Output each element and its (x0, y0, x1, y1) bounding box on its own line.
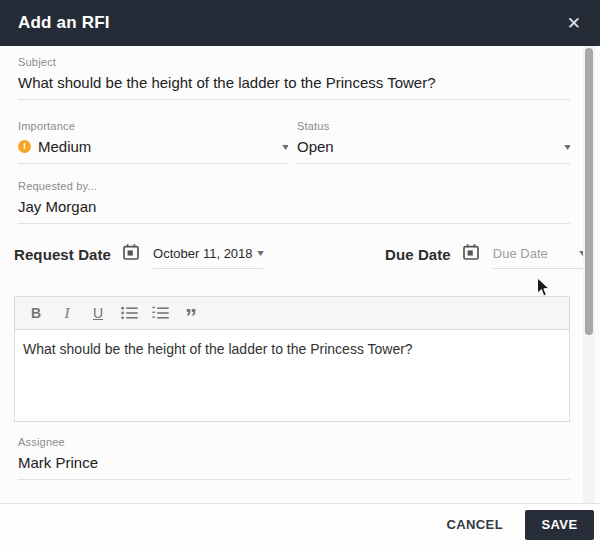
close-icon[interactable]: ✕ (566, 13, 582, 34)
request-date-label: Request Date (14, 246, 111, 263)
assignee-field: Assignee Mark Prince (18, 436, 570, 480)
requested-by-field: Requested by... Jay Morgan (18, 180, 570, 224)
chevron-down-icon: ▾ (564, 142, 570, 152)
editor-content[interactable]: What should be the height of the ladder … (15, 330, 569, 368)
dialog-footer: CANCEL SAVE (0, 503, 600, 545)
description-editor: B I U ” What should be the height of the… (14, 296, 570, 422)
due-date-label: Due Date (385, 246, 451, 263)
chevron-down-icon: ▾ (282, 142, 288, 152)
subject-field: Subject What should be the height of the… (18, 56, 570, 100)
italic-icon[interactable]: I (55, 301, 79, 325)
due-date-placeholder: Due Date (493, 246, 548, 261)
due-date-field: Due Date Due Date ▾ (385, 240, 585, 268)
ordered-list-icon[interactable] (148, 301, 172, 325)
bullet-list-icon[interactable] (117, 301, 141, 325)
save-button[interactable]: SAVE (525, 510, 594, 540)
scrollbar-thumb[interactable] (585, 48, 593, 335)
importance-value: Medium (38, 138, 91, 155)
underline-icon[interactable]: U (86, 301, 110, 325)
subject-label: Subject (18, 56, 570, 68)
request-date-select[interactable]: October 11, 2018 ▾ (153, 246, 263, 269)
calendar-icon[interactable] (462, 243, 480, 265)
dialog-title: Add an RFI (18, 13, 110, 33)
editor-toolbar: B I U ” (15, 297, 569, 330)
importance-select[interactable]: ! Medium ▾ (18, 138, 288, 164)
status-label: Status (297, 120, 570, 132)
importance-medium-icon: ! (18, 140, 31, 153)
requested-by-label: Requested by... (18, 180, 570, 192)
calendar-icon[interactable] (122, 243, 140, 265)
assignee-input[interactable]: Mark Prince (18, 454, 570, 480)
importance-label: Importance (18, 120, 288, 132)
dialog-header: Add an RFI ✕ (0, 0, 600, 46)
subject-input[interactable]: What should be the height of the ladder … (18, 74, 570, 100)
request-date-value: October 11, 2018 (153, 246, 253, 261)
status-field: Status Open ▾ (297, 120, 570, 164)
chevron-down-icon: ▾ (257, 248, 264, 258)
bold-icon[interactable]: B (24, 301, 48, 325)
status-value: Open (297, 138, 334, 155)
due-date-select[interactable]: Due Date ▾ (493, 246, 585, 269)
cancel-button[interactable]: CANCEL (442, 511, 507, 538)
requested-by-input[interactable]: Jay Morgan (18, 198, 570, 224)
scrollbar-track[interactable] (583, 46, 595, 503)
request-date-field: Request Date October 11, 2018 ▾ (14, 240, 263, 268)
blockquote-icon[interactable]: ” (179, 296, 203, 330)
assignee-label: Assignee (18, 436, 570, 448)
importance-field: Importance ! Medium ▾ (18, 120, 288, 164)
status-select[interactable]: Open ▾ (297, 138, 570, 164)
